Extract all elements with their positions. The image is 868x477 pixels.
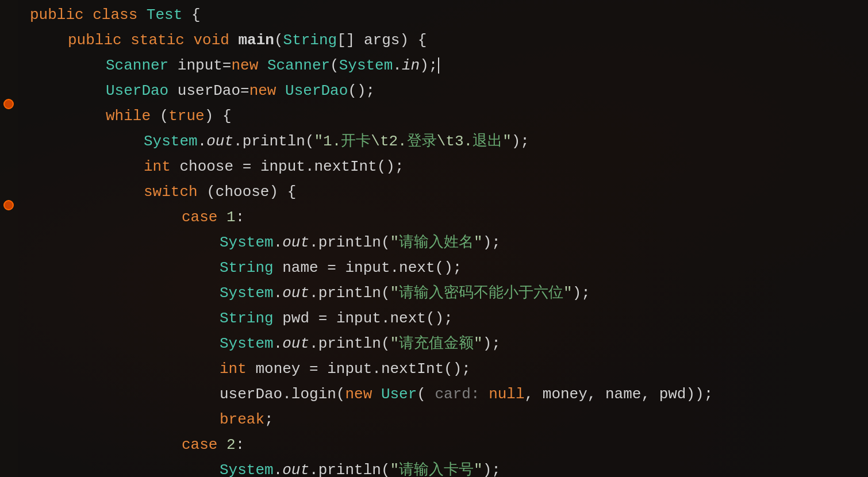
keyword-switch: switch xyxy=(144,179,198,205)
method-next-1: next xyxy=(399,255,435,280)
keyword-class: class xyxy=(93,2,137,28)
type-string-arr: String xyxy=(283,28,337,53)
var-money: money xyxy=(255,356,300,382)
string-t1: \t2. xyxy=(371,129,406,154)
brace-main-open: { xyxy=(418,28,427,53)
class-system-4: System xyxy=(220,280,274,306)
string-name-prompt: 请输入姓名 xyxy=(399,230,474,255)
string-quote-open-4: " xyxy=(390,331,399,356)
number-1: 1 xyxy=(226,205,236,230)
code-line-12: System.out.println("请输入密码不能小于六位"); xyxy=(30,280,857,306)
code-line-11: String name = input.next(); xyxy=(30,255,857,280)
method-nextint-1: nextInt xyxy=(314,154,377,179)
keyword-true: true xyxy=(168,103,204,129)
number-2: 2 xyxy=(226,432,236,457)
method-nextint-2: nextInt xyxy=(381,356,444,382)
text-cursor xyxy=(438,57,439,74)
string-1: "1. xyxy=(314,129,341,154)
paren-open-main: ( xyxy=(274,28,283,53)
class-system-2: System xyxy=(144,129,198,154)
string-quote-close-4: " xyxy=(474,331,483,356)
gutter xyxy=(0,0,18,477)
param-card: card: xyxy=(435,382,480,407)
string-denglu: 登录 xyxy=(407,129,437,154)
class-system-1: System xyxy=(339,53,393,78)
method-next-2: next xyxy=(390,306,426,331)
method-println-1: println xyxy=(243,129,305,154)
method-println-5: println xyxy=(318,457,381,477)
field-out-4: out xyxy=(282,331,309,356)
paren-close-main: ) xyxy=(400,28,409,53)
string-pwd-prompt: 请输入密码不能小于六位 xyxy=(399,280,563,306)
code-line-19: System.out.println("请输入卡号"); xyxy=(30,457,857,477)
code-line-9: case 1: xyxy=(30,205,857,230)
type-string-2: String xyxy=(220,306,274,331)
type-scanner: Scanner xyxy=(106,53,168,78)
keyword-new-1: new xyxy=(231,53,258,78)
var-input-2: input xyxy=(260,154,305,179)
brace-open: { xyxy=(191,2,201,28)
keyword-new-3: new xyxy=(345,382,372,407)
code-line-10: System.out.println("请输入姓名"); xyxy=(30,230,857,255)
field-in: in xyxy=(402,53,420,78)
brackets: [] xyxy=(337,28,355,53)
string-quote-close-5: " xyxy=(474,457,483,477)
code-panel[interactable]: public class Test { public static void m… xyxy=(0,0,868,477)
code-line-17: break; xyxy=(30,407,857,432)
var-input-3: input xyxy=(345,255,390,280)
string-quote-open-2: " xyxy=(390,230,399,255)
keyword-static: static xyxy=(130,28,185,53)
field-out-5: out xyxy=(282,457,309,477)
string-quote-open-5: " xyxy=(390,457,399,477)
string-quote-close-2: " xyxy=(474,230,483,255)
code-line-8: switch (choose) { xyxy=(30,179,857,205)
class-system-6: System xyxy=(220,457,274,477)
code-line-18: case 2: xyxy=(30,432,857,457)
class-scanner-2: Scanner xyxy=(267,53,330,78)
string-t2: \t3. xyxy=(437,129,473,154)
code-line-4: UserDao userDao=new UserDao(); xyxy=(30,78,857,103)
keyword-void: void xyxy=(193,28,229,53)
string-tuichu: 退出 xyxy=(473,129,502,154)
type-string-1: String xyxy=(220,255,274,280)
var-choose-2: choose xyxy=(216,179,270,205)
string-card-prompt: 请输入卡号 xyxy=(399,457,474,477)
class-system-5: System xyxy=(220,331,274,356)
breakpoint-2[interactable] xyxy=(3,200,14,210)
var-choose: choose xyxy=(179,154,233,179)
method-println-4: println xyxy=(318,331,381,356)
code-line-15: int money = input.nextInt(); xyxy=(30,356,857,382)
string-money-prompt: 请充值金额 xyxy=(399,331,474,356)
code-line-6: System.out.println("1.开卡\t2.登录\t3.退出"); xyxy=(30,129,857,154)
keyword-null: null xyxy=(489,382,524,407)
method-println-2: println xyxy=(318,230,381,255)
var-userdao-2: userDao xyxy=(220,382,282,407)
string-quote-open-3: " xyxy=(390,280,399,306)
code-content: public class Test { public static void m… xyxy=(18,0,868,477)
code-line-2: public static void main(String[] args) { xyxy=(30,28,857,53)
keyword-int-2: int xyxy=(220,356,247,382)
field-out-1: out xyxy=(206,129,233,154)
keyword-case-1: case xyxy=(182,205,217,230)
code-line-14: System.out.println("请充值金额"); xyxy=(30,331,857,356)
var-input-5: input xyxy=(327,356,372,382)
code-line-13: String pwd = input.next(); xyxy=(30,306,857,331)
class-user: User xyxy=(381,382,417,407)
var-input: input xyxy=(178,53,222,78)
keyword-case-2: case xyxy=(182,432,217,457)
code-line-7: int choose = input.nextInt(); xyxy=(30,154,857,179)
var-name: name xyxy=(282,255,318,280)
method-main: main xyxy=(239,28,274,53)
field-out-2: out xyxy=(282,230,309,255)
method-println-3: println xyxy=(318,280,381,306)
var-pwd: pwd xyxy=(282,306,309,331)
class-userdao-2: UserDao xyxy=(285,78,348,103)
string-quote-close-3: " xyxy=(563,280,573,306)
keyword-break: break xyxy=(220,407,264,432)
arg-name: name xyxy=(605,382,641,407)
breakpoint-1[interactable] xyxy=(3,99,14,109)
code-line-5: while (true) { xyxy=(30,103,857,129)
keyword-new-2: new xyxy=(249,78,276,103)
code-line-16: userDao.login(new User( card: null, mone… xyxy=(30,382,857,407)
string-kaika: 开卡 xyxy=(341,129,371,154)
